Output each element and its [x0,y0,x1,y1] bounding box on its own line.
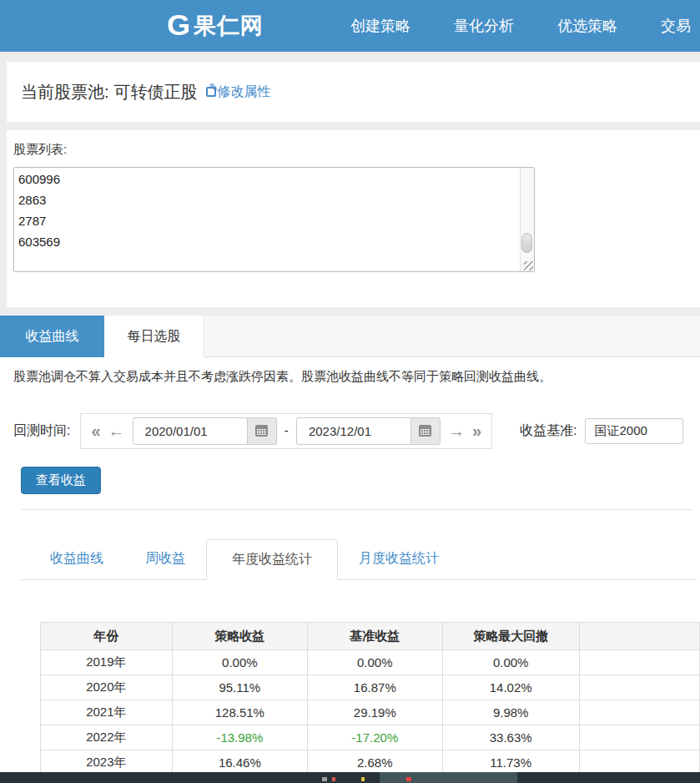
edit-attributes-link[interactable]: 修改属性 [206,83,271,101]
table-row: 2022年-13.98%-17.20%33.63% [41,725,700,750]
table-cell [579,725,699,750]
backtest-time-label: 回测时间: [13,422,70,440]
pool-header-card: 当前股票池: 可转债正股 修改属性 [7,62,700,122]
scrollbar-thumb[interactable] [521,233,532,253]
table-cell: 11.73% [442,750,579,775]
stock-list-label: 股票列表: [13,142,67,158]
nav-item-quant-analysis[interactable]: 量化分析 [454,16,514,36]
edit-link-label: 修改属性 [218,83,271,101]
stock-list-textarea-frame: 600996 2863 2787 603569 [13,167,535,272]
calendar-icon [419,425,431,437]
fast-backward-icon[interactable]: « [91,422,100,439]
step-backward-icon[interactable]: ← [108,422,125,439]
table-header-cell: 年份 [41,623,173,650]
taskbar-icon[interactable] [361,777,365,781]
benchmark-label: 收益基准: [520,422,577,440]
nav-item-create-strategy[interactable]: 创建策略 [350,16,410,36]
table-cell [579,700,699,725]
end-date-group [296,417,441,445]
table-cell: 16.46% [172,750,307,775]
taskbar-sliver [0,772,700,783]
table-cell: 0.00% [172,650,307,675]
benchmark-select[interactable]: 国证2000 [585,418,683,444]
page: G 果仁网 创建策略 量化分析 优选策略 交易 当前股票池: 可转债正股 修改属… [0,0,700,783]
top-nav-bar: G 果仁网 创建策略 量化分析 优选策略 交易 [0,0,700,52]
start-date-calendar-button[interactable] [248,417,277,445]
table-cell [579,750,699,775]
taskbar-icon[interactable] [406,777,411,781]
date-range-separator: - [285,423,289,438]
table-row: 2023年16.46%2.68%11.73% [41,750,700,775]
table-cell: 16.87% [308,675,443,700]
stock-list-textarea[interactable]: 600996 2863 2787 603569 [14,168,534,271]
report-tab-weekly-returns[interactable]: 周收益 [124,539,206,578]
disclaimer-text: 股票池调仓不算入交易成本并且不考虑涨跌停因素。股票池收益曲线不等同于策略回测收益… [13,369,551,385]
report-tab-bar: 收益曲线 周收益 年度收益统计 月度收益统计 [21,540,697,580]
annual-returns-table: 年份策略收益基准收益策略最大回撤 2019年0.00%0.00%0.00%202… [40,622,700,775]
table-header-cell [579,623,699,650]
table-cell: 2021年 [41,700,173,725]
report-tab-monthly-returns[interactable]: 月度收益统计 [338,539,460,578]
view-returns-button[interactable]: 查看收益 [21,467,101,494]
table-cell: -13.98% [172,725,307,750]
logo-g-icon: G [167,12,190,40]
nav-item-trade[interactable]: 交易 [661,16,691,36]
table-header-cell: 基准收益 [308,623,443,650]
start-date-group [133,417,277,445]
table-header-cell: 策略收益 [172,623,307,650]
taskbar-icon[interactable] [332,777,335,781]
table-cell: 2019年 [41,650,173,675]
tab-daily-picks[interactable]: 每日选股 [104,316,204,357]
calendar-icon [255,425,268,437]
returns-section: 收益曲线 每日选股 股票池调仓不算入交易成本并且不考虑涨跌停因素。股票池收益曲线… [0,316,700,772]
textarea-resize-grip[interactable] [524,261,533,270]
end-date-input[interactable] [296,417,411,445]
edit-pencil-icon [206,87,216,97]
table-cell [579,675,699,700]
table-cell: -17.20% [308,725,443,750]
nav-menu: 创建策略 量化分析 优选策略 交易 [350,0,691,52]
pool-name: 可转债正股 [114,81,198,104]
table-cell: 0.00% [442,650,579,675]
table-cell: 95.11% [172,675,307,700]
nav-item-featured-strategies[interactable]: 优选策略 [557,16,617,36]
table-cell: 14.02% [442,675,579,700]
backtest-controls-row: 回测时间: « ← - → » [13,412,683,449]
step-forward-icon[interactable]: → [448,422,465,439]
table-cell: 128.51% [172,700,307,725]
table-row: 2019年0.00%0.00%0.00% [41,650,700,675]
table-cell: 9.98% [442,700,579,725]
table-cell: 33.63% [442,725,579,750]
table-header-cell: 策略最大回撤 [442,623,579,650]
table-cell: 2.68% [308,750,443,775]
taskbar-icon[interactable] [322,777,327,781]
end-date-calendar-button[interactable] [411,417,441,445]
table-cell: 2020年 [41,675,173,700]
table-cell: 2022年 [41,725,173,750]
stock-list-card: 股票列表: 600996 2863 2787 603569 [7,130,700,307]
pool-title-label: 当前股票池: [21,81,109,104]
main-tab-bar: 收益曲线 每日选股 [0,316,700,357]
fast-forward-icon[interactable]: » [472,422,481,439]
date-range-group: « ← - → » [80,413,492,449]
table-header-row: 年份策略收益基准收益策略最大回撤 [41,623,700,650]
table-row: 2020年95.11%16.87%14.02% [41,675,700,700]
horizontal-divider [21,509,692,510]
table-cell: 2023年 [41,750,173,775]
table-cell: 29.19% [308,700,443,725]
taskbar-item[interactable] [380,772,517,783]
textarea-scrollbar[interactable] [520,168,534,271]
report-tab-return-curve[interactable]: 收益曲线 [29,539,124,578]
logo-text: 果仁网 [194,11,264,41]
site-logo[interactable]: G 果仁网 [167,0,264,52]
tab-return-curve[interactable]: 收益曲线 [0,316,104,357]
report-tab-annual-returns[interactable]: 年度收益统计 [206,539,338,580]
table-cell [579,650,699,675]
start-date-input[interactable] [133,417,248,445]
table-row: 2021年128.51%29.19%9.98% [41,700,700,725]
table-cell: 0.00% [308,650,443,675]
